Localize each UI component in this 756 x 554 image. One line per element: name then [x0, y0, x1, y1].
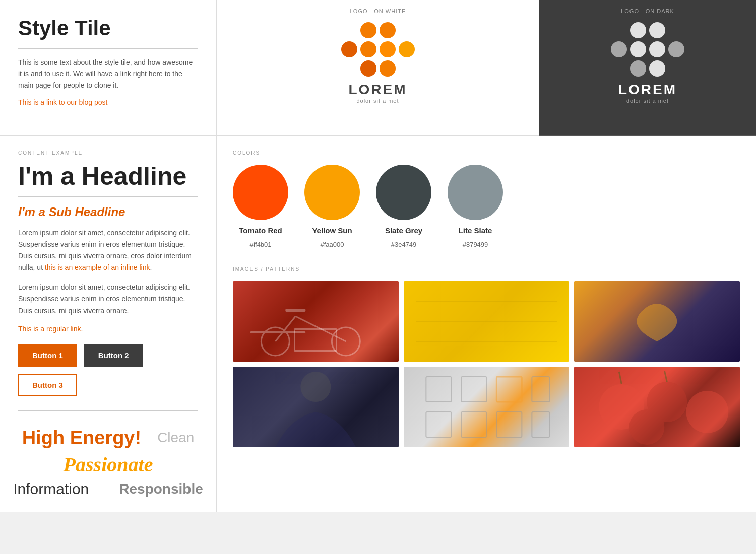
- dot: [611, 41, 627, 57]
- page-title: Style Tile: [18, 16, 198, 40]
- sub-headline: I'm a Sub Headline: [18, 205, 198, 219]
- color-hex-lite-slate: #879499: [463, 241, 488, 248]
- color-item-slate: Slate Grey #3e4749: [376, 165, 431, 248]
- button-3[interactable]: Button 3: [18, 374, 77, 396]
- svg-rect-13: [461, 412, 486, 437]
- dot: [611, 22, 627, 38]
- images-section-label: IMAGES / PATTERNS: [233, 266, 740, 272]
- svg-rect-5: [285, 309, 305, 312]
- dot: [380, 22, 396, 38]
- headline-divider: [18, 196, 198, 197]
- words-section: High Energy! Clean Passionate Informatio…: [18, 422, 198, 498]
- svg-rect-16: [532, 377, 549, 402]
- dot: [341, 60, 357, 77]
- colors-section-label: COLORS: [233, 150, 740, 156]
- color-item-lite-slate: Lite Slate #879499: [448, 165, 503, 248]
- svg-rect-11: [426, 412, 451, 437]
- color-item-tomato: Tomato Red #ff4b01: [233, 165, 288, 248]
- image-heart-hands: [574, 281, 740, 362]
- svg-line-22: [619, 372, 622, 384]
- colors-row: Tomato Red #ff4b01 Yellow Sun #faa000 Sl…: [233, 165, 740, 248]
- image-building-windows: [404, 367, 570, 447]
- dot: [630, 60, 646, 77]
- color-swatch-lite-slate: [448, 165, 503, 220]
- color-name-slate: Slate Grey: [385, 226, 422, 235]
- svg-rect-15: [496, 412, 522, 437]
- color-name-yellow: Yellow Sun: [312, 226, 352, 235]
- logo-dark-panel: LOGO - ON DARK LOREM do: [539, 0, 756, 136]
- svg-line-23: [665, 371, 667, 382]
- dot: [399, 60, 415, 77]
- word-clean: Clean: [157, 430, 194, 446]
- color-item-yellow: Yellow Sun #faa000: [304, 165, 360, 248]
- images-grid: [233, 281, 740, 447]
- dot: [649, 60, 665, 77]
- logo-subtext-dark: dolor sit a met: [618, 98, 677, 104]
- dot: [399, 22, 415, 38]
- dot: [668, 41, 684, 57]
- logo-white-area: LOREM dolor sit a met: [341, 22, 415, 104]
- dot: [380, 60, 396, 77]
- dot: [380, 41, 396, 57]
- inline-link[interactable]: this is an example of an inline link: [45, 263, 150, 271]
- svg-point-20: [686, 391, 729, 433]
- logo-subtext-white: dolor sit a met: [348, 98, 407, 104]
- word-row-2: Information Responsible: [13, 480, 203, 498]
- colors-section: COLORS Tomato Red #ff4b01 Yellow Sun #fa…: [233, 150, 740, 248]
- dot: [399, 41, 415, 57]
- dot: [341, 22, 357, 38]
- dot: [668, 22, 684, 38]
- color-swatch-yellow: [304, 165, 360, 220]
- svg-line-3: [275, 316, 295, 341]
- logo-white-panel: LOGO - ON WHITE LOREM d: [217, 0, 539, 136]
- svg-rect-14: [496, 377, 522, 402]
- body-text-2: Lorem ipsum dolor sit amet, consectetur …: [18, 282, 198, 316]
- colors-images-panel: COLORS Tomato Red #ff4b01 Yellow Sun #fa…: [217, 136, 756, 512]
- dot: [649, 41, 665, 57]
- dot: [360, 22, 376, 38]
- logo-dots-dark: [611, 22, 684, 77]
- logo-name-white: LOREM: [348, 82, 407, 98]
- color-name-lite-slate: Lite Slate: [459, 226, 492, 235]
- color-name-tomato: Tomato Red: [239, 226, 282, 235]
- svg-rect-12: [461, 377, 486, 402]
- dot: [341, 41, 357, 57]
- image-suit-man: [233, 367, 399, 447]
- dot: [630, 41, 646, 57]
- logo-dots-white: [341, 22, 415, 77]
- word-responsible: Responsible: [119, 481, 203, 497]
- color-hex-tomato: #ff4b01: [249, 241, 271, 248]
- main-headline: I'm a Headline: [18, 163, 198, 190]
- image-red-bike: [233, 281, 399, 362]
- image-yellow-wall: [404, 281, 570, 362]
- images-section: IMAGES / PATTERNS: [233, 266, 740, 447]
- button-1[interactable]: Button 1: [18, 344, 77, 367]
- color-swatch-slate: [376, 165, 431, 220]
- body-text-1: Lorem ipsum dolor sit amet, consectetur …: [18, 227, 198, 273]
- svg-rect-17: [532, 412, 549, 437]
- button-2[interactable]: Button 2: [84, 344, 143, 367]
- color-hex-yellow: #faa000: [321, 241, 344, 248]
- buttons-row: Button 1 Button 2 Button 3: [18, 344, 198, 396]
- dot: [630, 22, 646, 38]
- content-section-label: CONTENT EXAMPLE: [18, 150, 198, 156]
- svg-rect-10: [426, 377, 451, 402]
- dot: [649, 22, 665, 38]
- dot: [360, 41, 376, 57]
- dot: [360, 60, 376, 77]
- word-row-1: High Energy! Clean: [22, 427, 195, 449]
- svg-rect-0: [250, 331, 305, 333]
- logo-dark-area: LOREM dolor sit a met: [611, 22, 684, 104]
- blog-link[interactable]: This is a link to our blog post: [18, 98, 107, 106]
- section-divider-2: [18, 410, 198, 411]
- color-hex-slate: #3e4749: [391, 241, 417, 248]
- image-tomatoes: [574, 367, 740, 447]
- logo-white-label: LOGO - ON WHITE: [350, 8, 406, 14]
- intro-panel: Style Tile This is some text about the s…: [0, 0, 217, 136]
- logo-dark-label: LOGO - ON DARK: [621, 8, 674, 14]
- logo-text-white: LOREM dolor sit a met: [348, 82, 407, 104]
- color-swatch-tomato: [233, 165, 288, 220]
- svg-point-21: [629, 409, 665, 445]
- regular-link[interactable]: This is a regular link.: [18, 325, 198, 333]
- logo-text-dark: LOREM dolor sit a met: [618, 82, 677, 104]
